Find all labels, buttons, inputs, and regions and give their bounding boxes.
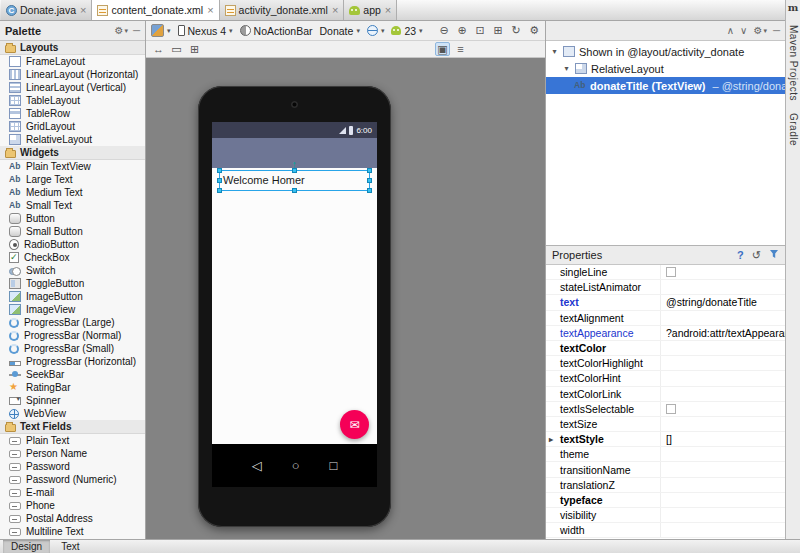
tree-item[interactable]: ▾Shown in @layout/activity_donate xyxy=(546,43,785,60)
property-row[interactable]: textSize xyxy=(546,417,785,432)
property-value[interactable] xyxy=(661,508,785,522)
property-value[interactable] xyxy=(661,341,785,355)
frame-icon[interactable]: ▭ xyxy=(169,42,184,56)
locale-selector[interactable]: ▾ xyxy=(367,25,385,36)
editor-tab[interactable]: activity_donate.xml× xyxy=(220,0,345,20)
collapse-all-icon[interactable]: ∨ xyxy=(740,26,747,36)
palette-item[interactable]: ProgressBar (Horizontal) xyxy=(0,355,145,368)
property-value[interactable] xyxy=(661,402,785,416)
device-screen[interactable]: 6:00 ↑ Welcome Homer ✉ xyxy=(212,122,377,487)
palette-item[interactable]: Medium Text xyxy=(0,186,145,199)
expand-all-icon[interactable]: ∧ xyxy=(727,26,734,36)
property-row[interactable]: ▸textStyle[] xyxy=(546,432,785,447)
property-row[interactable]: textColorHint xyxy=(546,371,785,386)
palette-item[interactable]: Postal Address xyxy=(0,512,145,525)
gear-icon[interactable]: ⚙▾ xyxy=(753,26,766,36)
palette-item[interactable]: ProgressBar (Large) xyxy=(0,316,145,329)
design-surface-icon[interactable]: ▣ xyxy=(435,42,450,56)
palette-item[interactable]: Button xyxy=(0,212,145,225)
property-value[interactable]: [] xyxy=(661,432,785,446)
editor-tab[interactable]: app× xyxy=(344,0,397,20)
close-icon[interactable]: × xyxy=(80,5,86,16)
palette-item[interactable]: Small Button xyxy=(0,225,145,238)
property-row[interactable]: translationZ xyxy=(546,478,785,493)
zoom-in-icon[interactable]: ⊕ xyxy=(455,24,470,38)
palette-item[interactable]: LinearLayout (Horizontal) xyxy=(0,68,145,81)
palette-item[interactable]: TableLayout xyxy=(0,94,145,107)
expand-icon[interactable]: ▸ xyxy=(549,435,553,444)
property-row[interactable]: textAlignment xyxy=(546,311,785,326)
palette-item[interactable]: Large Text xyxy=(0,173,145,186)
checkbox[interactable] xyxy=(666,404,676,414)
render-options-icon[interactable]: ≡ xyxy=(453,42,468,56)
palette-section[interactable]: Widgets xyxy=(0,146,145,160)
chevron-down-icon[interactable]: ▾ xyxy=(562,64,571,73)
palette-item[interactable]: RelativeLayout xyxy=(0,133,145,146)
property-row[interactable]: text@string/donateTitle xyxy=(546,295,785,310)
palette-item[interactable]: ProgressBar (Normal) xyxy=(0,329,145,342)
help-icon[interactable]: ? xyxy=(737,249,744,261)
close-icon[interactable]: × xyxy=(207,5,213,16)
property-row[interactable]: textAppearance?android:attr/textAppearan… xyxy=(546,326,785,341)
palette-item[interactable]: GridLayout xyxy=(0,120,145,133)
palette-item[interactable]: Person Name xyxy=(0,447,145,460)
gear-icon[interactable]: ⚙▾ xyxy=(114,26,127,36)
close-icon[interactable]: × xyxy=(385,5,391,16)
property-row[interactable]: width xyxy=(546,523,785,538)
palette-item[interactable]: LinearLayout (Vertical) xyxy=(0,81,145,94)
palette-item[interactable]: CheckBox xyxy=(0,251,145,264)
property-row[interactable]: textColorHighlight xyxy=(546,356,785,371)
palette-item[interactable]: RatingBar xyxy=(0,381,145,394)
editor-tab[interactable]: content_donate.xml× xyxy=(92,0,219,20)
property-value[interactable] xyxy=(661,280,785,294)
property-value[interactable] xyxy=(661,311,785,325)
property-value[interactable] xyxy=(661,417,785,431)
selected-textview[interactable]: ↑ Welcome Homer xyxy=(219,170,370,191)
palette-item[interactable]: SeekBar xyxy=(0,368,145,381)
palette-item[interactable]: Spinner xyxy=(0,394,145,407)
zoom-fit-icon[interactable]: ⊡ xyxy=(473,24,488,38)
hide-icon[interactable]: ─ xyxy=(133,26,140,36)
palette-item[interactable]: ImageView xyxy=(0,303,145,316)
palette-section[interactable]: Text Fields xyxy=(0,420,145,434)
tree-item[interactable]: ▾RelativeLayout xyxy=(546,60,785,77)
palette-item[interactable]: Switch xyxy=(0,264,145,277)
api-selector[interactable]: 23▾ xyxy=(391,25,422,37)
palette-item[interactable]: Small Text xyxy=(0,199,145,212)
property-row[interactable]: typeface xyxy=(546,493,785,508)
property-value[interactable] xyxy=(661,371,785,385)
refresh-icon[interactable]: ↻ xyxy=(509,24,524,38)
palette-item[interactable]: Multiline Text xyxy=(0,525,145,538)
palette-item[interactable]: WebView xyxy=(0,407,145,420)
property-row[interactable]: textColor xyxy=(546,341,785,356)
palette-item[interactable]: E-mail xyxy=(0,486,145,499)
toolwindow-tab[interactable]: Maven Projects xyxy=(788,25,799,101)
property-value[interactable]: @string/donateTitle xyxy=(661,295,785,309)
grid-icon[interactable]: ⊞ xyxy=(187,42,202,56)
property-value[interactable] xyxy=(661,265,785,279)
palette-item[interactable]: Password (Numeric) xyxy=(0,473,145,486)
pan-icon[interactable]: ↔ xyxy=(151,42,166,56)
bottom-tab-text[interactable]: Text xyxy=(53,540,87,553)
checkbox[interactable] xyxy=(666,267,676,277)
property-row[interactable]: transitionName xyxy=(546,462,785,477)
layout-content[interactable]: ↑ Welcome Homer ✉ xyxy=(212,168,377,444)
settings-icon[interactable]: ⚙ xyxy=(527,24,542,38)
property-row[interactable]: theme xyxy=(546,447,785,462)
toolwindow-tab[interactable]: Gradle xyxy=(788,113,799,146)
palette-item[interactable]: TableRow xyxy=(0,107,145,120)
zoom-actual-icon[interactable]: ⊞ xyxy=(491,24,506,38)
property-value[interactable] xyxy=(661,447,785,461)
fab-button[interactable]: ✉ xyxy=(340,410,369,439)
property-value[interactable] xyxy=(661,462,785,476)
close-icon[interactable]: × xyxy=(332,5,338,16)
palette-section[interactable]: Layouts xyxy=(0,41,145,55)
palette-item[interactable]: Phone xyxy=(0,499,145,512)
property-row[interactable]: stateListAnimator xyxy=(546,280,785,295)
activity-selector[interactable]: Donate▾ xyxy=(320,25,360,37)
reset-icon[interactable]: ↺ xyxy=(752,250,761,261)
filter-icon[interactable] xyxy=(769,249,779,261)
bottom-tab-design[interactable]: Design xyxy=(3,540,50,553)
palette-item[interactable]: ImageButton xyxy=(0,290,145,303)
zoom-out-icon[interactable]: ⊖ xyxy=(437,24,452,38)
